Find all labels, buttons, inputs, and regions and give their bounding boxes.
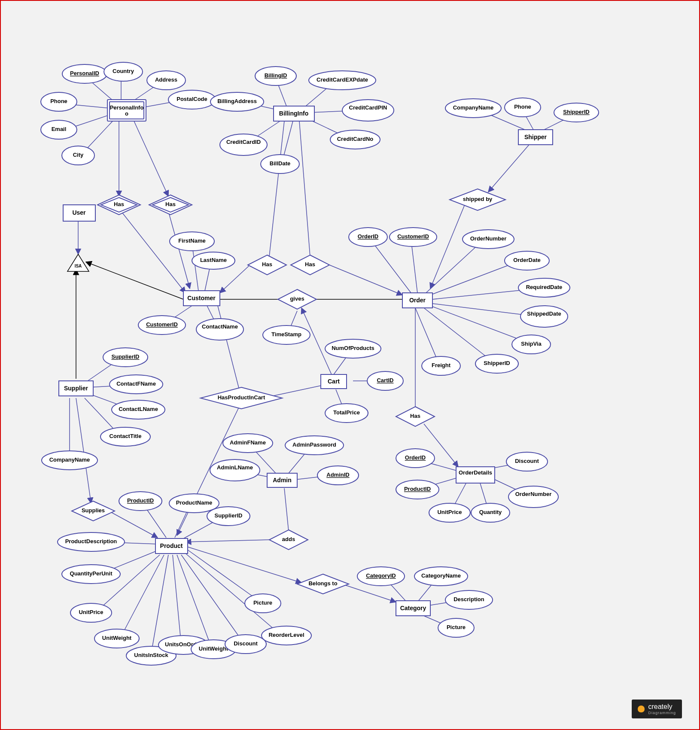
svg-text:UnitPrice: UnitPrice — [79, 609, 103, 615]
svg-line-58 — [76, 398, 91, 503]
svg-text:ISA: ISA — [75, 264, 82, 268]
svg-text:UnitsInStock: UnitsInStock — [134, 652, 168, 658]
svg-line-80 — [121, 555, 164, 636]
svg-text:OrderID: OrderID — [358, 233, 378, 240]
svg-text:AdminLName: AdminLName — [217, 464, 253, 471]
svg-text:Country: Country — [113, 68, 134, 74]
svg-text:Quantity: Quantity — [479, 509, 502, 515]
svg-line-83 — [177, 555, 211, 647]
svg-text:Has: Has — [305, 261, 315, 268]
svg-text:User: User — [72, 209, 86, 216]
svg-text:ShipperID: ShipperID — [563, 109, 589, 115]
svg-line-34 — [370, 239, 411, 293]
svg-text:SupplierID: SupplierID — [111, 353, 139, 360]
creately-logo: creately Diagramming — [632, 700, 682, 718]
svg-text:CompanyName: CompanyName — [49, 456, 90, 463]
svg-text:AdminID: AdminID — [326, 471, 349, 478]
svg-text:BillingAddress: BillingAddress — [217, 98, 257, 104]
svg-text:HasProductInCart: HasProductInCart — [218, 394, 265, 401]
svg-text:CategoryID: CategoryID — [366, 572, 396, 579]
svg-text:CategoryName: CategoryName — [421, 572, 461, 579]
svg-text:Discount: Discount — [515, 458, 539, 464]
svg-text:ProductID: ProductID — [404, 486, 431, 492]
svg-text:Supplier: Supplier — [64, 385, 88, 392]
svg-text:Has: Has — [165, 201, 176, 207]
svg-text:OrderDate: OrderDate — [513, 257, 541, 263]
entity-personalinfo-label: PersonalInfo — [110, 104, 144, 111]
svg-text:CreditCardPIN: CreditCardPIN — [349, 104, 387, 111]
svg-text:ProductDescription: ProductDescription — [65, 538, 117, 544]
svg-text:PostalCode: PostalCode — [177, 96, 207, 102]
svg-line-88 — [344, 585, 396, 602]
svg-text:o: o — [125, 110, 128, 117]
svg-text:CompanyName: CompanyName — [453, 104, 494, 111]
svg-text:ShippedDate: ShippedDate — [527, 310, 561, 317]
svg-text:NumOfProducts: NumOfProducts — [332, 345, 374, 351]
svg-text:ProductName: ProductName — [176, 499, 213, 506]
brand-tagline: Diagramming — [648, 711, 676, 715]
svg-text:Has: Has — [410, 413, 420, 419]
svg-text:ReorderLevel: ReorderLevel — [268, 632, 304, 638]
svg-text:CartID: CartID — [377, 377, 393, 383]
svg-text:CreditCardNo: CreditCardNo — [337, 136, 374, 142]
svg-text:ContactName: ContactName — [202, 323, 238, 330]
svg-text:CreditCardID: CreditCardID — [226, 139, 261, 145]
er-diagram-svg: PersonalInfo o PersonalID Country Addres… — [1, 1, 699, 729]
svg-line-82 — [173, 555, 181, 645]
svg-text:OrderNumber: OrderNumber — [470, 235, 507, 242]
svg-text:LastName: LastName — [200, 257, 227, 263]
svg-line-26 — [299, 121, 310, 256]
svg-text:TimeStamp: TimeStamp — [271, 331, 301, 338]
svg-text:OrderID: OrderID — [405, 454, 426, 461]
svg-text:Product: Product — [160, 542, 183, 549]
svg-line-9 — [121, 211, 186, 293]
svg-text:AdminFName: AdminFName — [230, 439, 266, 446]
svg-line-59 — [110, 512, 158, 538]
svg-line-79 — [97, 555, 160, 611]
svg-text:Belongs to: Belongs to — [308, 580, 337, 587]
svg-text:adds: adds — [282, 536, 295, 542]
svg-text:ProductID: ProductID — [127, 497, 154, 504]
svg-text:CustomerID: CustomerID — [146, 321, 178, 328]
svg-text:Admin: Admin — [273, 477, 292, 484]
svg-text:CustomerID: CustomerID — [397, 233, 429, 240]
svg-text:shipped by: shipped by — [463, 196, 493, 202]
svg-text:Picture: Picture — [253, 599, 272, 606]
svg-text:Address: Address — [155, 76, 177, 83]
svg-text:ContactFName: ContactFName — [116, 380, 156, 387]
svg-text:AdminPassword: AdminPassword — [292, 441, 336, 448]
svg-line-37 — [430, 261, 520, 295]
svg-line-27 — [220, 265, 250, 293]
svg-line-86 — [186, 548, 261, 602]
svg-text:UnitPrice: UnitPrice — [437, 509, 462, 515]
svg-line-35 — [411, 239, 417, 293]
svg-text:Description: Description — [453, 596, 484, 602]
svg-line-84 — [181, 555, 243, 643]
svg-line-41 — [424, 308, 493, 362]
svg-line-36 — [426, 241, 482, 293]
svg-text:RequiredDate: RequiredDate — [526, 284, 563, 290]
svg-text:Has: Has — [262, 261, 272, 268]
svg-text:Cart: Cart — [328, 378, 340, 385]
svg-line-33 — [430, 205, 465, 289]
svg-text:SupplierID: SupplierID — [214, 512, 242, 519]
svg-text:Shipper: Shipper — [524, 134, 547, 140]
svg-text:OrderNumber: OrderNumber — [515, 491, 552, 497]
svg-line-8 — [134, 121, 168, 196]
svg-text:OrderDetails: OrderDetails — [459, 469, 492, 476]
svg-text:Order: Order — [409, 297, 426, 304]
svg-line-12 — [86, 262, 183, 299]
svg-text:UnitWeight: UnitWeight — [102, 635, 132, 641]
svg-text:ContactTitle: ContactTitle — [110, 433, 142, 439]
relationship-has-2: Has — [149, 195, 192, 215]
brand-name: creately — [648, 703, 672, 710]
svg-text:ShipperID: ShipperID — [484, 360, 510, 366]
svg-line-65 — [186, 540, 269, 542]
svg-line-46 — [301, 308, 332, 374]
svg-line-87 — [186, 546, 301, 583]
svg-text:FirstName: FirstName — [178, 237, 206, 244]
svg-line-42 — [415, 308, 439, 364]
relationship-isa — [67, 254, 89, 271]
svg-text:Supplies: Supplies — [82, 507, 105, 514]
svg-text:Email: Email — [52, 126, 67, 132]
